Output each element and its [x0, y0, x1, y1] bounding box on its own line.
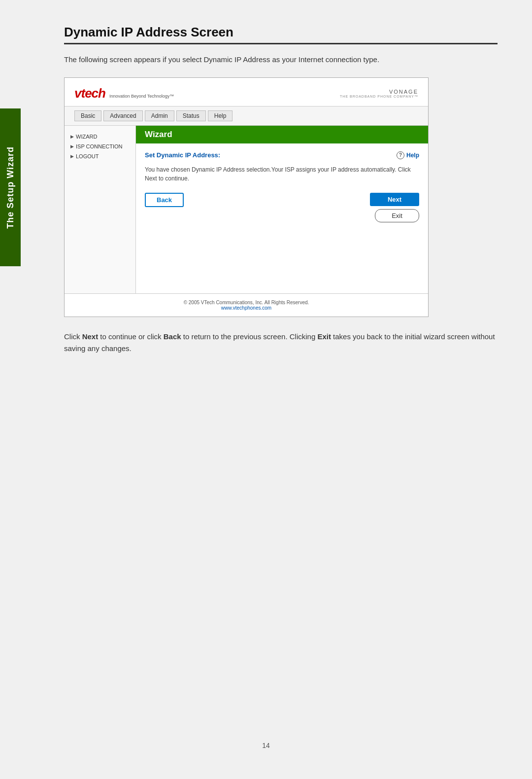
router-content-area: Set Dynamic IP Address: ? Help You have … — [136, 151, 428, 230]
set-dynamic-ip-row: Set Dynamic IP Address: ? Help — [145, 151, 419, 159]
footer-url-link[interactable]: www.vtechphones.com — [221, 305, 271, 311]
exit-button[interactable]: Exit — [375, 209, 419, 222]
vonage-section: VONAGE THE BROADBAND PHONE COMPANY™ — [340, 89, 418, 98]
logout-arrow-icon: ▶ — [70, 154, 74, 159]
explanation-paragraph: Click Next to continue or click Back to … — [64, 331, 498, 354]
setup-wizard-label: The Setup Wizard — [5, 146, 16, 229]
sidebar-wizard-label: WIZARD — [76, 134, 97, 140]
isp-arrow-icon: ▶ — [70, 144, 74, 149]
explanation-text-3: to return to the previous screen. Clicki… — [181, 332, 318, 341]
footer-copyright: © 2005 VTech Communications, Inc. All Ri… — [70, 300, 422, 305]
explanation-text-1: Click — [64, 332, 82, 341]
explanation-next-bold: Next — [82, 332, 99, 341]
vtech-tagline: Innovation Beyond Technology™ — [109, 94, 174, 99]
tab-advanced[interactable]: Advanced — [103, 110, 142, 121]
next-button[interactable]: Next — [370, 193, 419, 206]
back-button[interactable]: Back — [145, 193, 184, 207]
page-number: 14 — [262, 742, 270, 749]
tab-status[interactable]: Status — [176, 110, 206, 121]
sidebar-isp-label: ISP CONNECTION — [76, 143, 123, 149]
wizard-header-bar: Wizard — [136, 126, 428, 143]
vonage-logo-text: VONAGE — [340, 89, 418, 95]
router-header: vtech Innovation Beyond Technology™ VONA… — [65, 78, 428, 106]
sidebar-item-isp-connection[interactable]: ▶ ISP CONNECTION — [65, 142, 135, 151]
page-title: Dynamic IP Address Screen — [64, 25, 498, 40]
vtech-brand-text: vtech — [74, 86, 105, 101]
router-footer: © 2005 VTech Communications, Inc. All Ri… — [65, 293, 428, 317]
vonage-sub-text: THE BROADBAND PHONE COMPANY™ — [340, 95, 418, 98]
set-dynamic-ip-label: Set Dynamic IP Address: — [145, 151, 220, 159]
router-ui-frame: vtech Innovation Beyond Technology™ VONA… — [64, 77, 429, 317]
explanation-exit-bold: Exit — [317, 332, 331, 341]
setup-wizard-tab: The Setup Wizard — [0, 108, 21, 266]
title-divider — [64, 43, 498, 44]
vtech-logo: vtech Innovation Beyond Technology™ — [74, 86, 174, 101]
help-question-icon: ? — [397, 151, 404, 159]
explanation-back-bold: Back — [164, 332, 181, 341]
intro-paragraph: The following screen appears if you sele… — [64, 54, 498, 66]
help-link-text: Help — [406, 152, 419, 159]
nav-tabs-bar: Basic Advanced Admin Status Help — [65, 106, 428, 126]
router-sidebar: ▶ WIZARD ▶ ISP CONNECTION ▶ LOGOUT — [65, 126, 136, 293]
router-main-panel: Wizard Set Dynamic IP Address: ? Help Yo… — [136, 126, 428, 293]
right-buttons-group: Next Exit — [370, 193, 419, 222]
explanation-text-2: to continue or click — [98, 332, 164, 341]
tab-basic[interactable]: Basic — [74, 110, 101, 121]
router-body: ▶ WIZARD ▶ ISP CONNECTION ▶ LOGOUT Wizar… — [65, 126, 428, 293]
tab-help[interactable]: Help — [208, 110, 233, 121]
buttons-row: Back Next Exit — [145, 193, 419, 222]
sidebar-item-wizard[interactable]: ▶ WIZARD — [65, 132, 135, 142]
help-link[interactable]: ? Help — [397, 151, 419, 159]
main-content: Dynamic IP Address Screen The following … — [30, 0, 532, 374]
wizard-arrow-icon: ▶ — [70, 134, 74, 139]
sidebar-item-logout[interactable]: ▶ LOGOUT — [65, 151, 135, 161]
sidebar-logout-label: LOGOUT — [76, 153, 99, 159]
tab-admin[interactable]: Admin — [145, 110, 174, 121]
dynamic-ip-info-text: You have chosen Dynamic IP Address selec… — [145, 165, 419, 183]
